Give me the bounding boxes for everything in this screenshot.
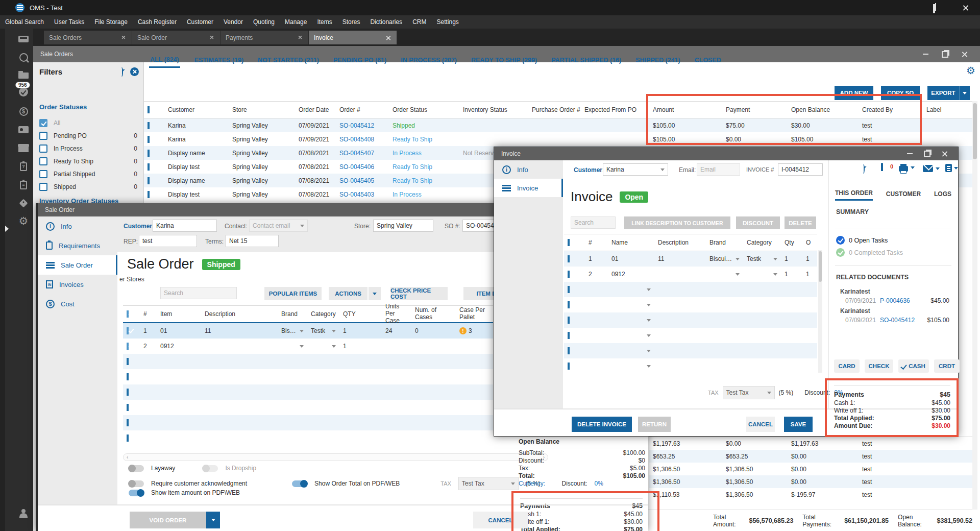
- print-button[interactable]: [899, 164, 915, 172]
- status-tab-pending-po[interactable]: PENDING PO (61): [333, 57, 386, 64]
- payments-icon[interactable]: [17, 105, 30, 117]
- row-checkbox[interactable]: [127, 435, 129, 442]
- invoice-customer-select[interactable]: Karina: [603, 163, 668, 176]
- tab-this-order[interactable]: THIS ORDER: [835, 187, 873, 201]
- filter-row-all[interactable]: All: [39, 116, 137, 129]
- tax-select[interactable]: Test Tax: [458, 477, 519, 490]
- tab-logs[interactable]: LOGS: [934, 190, 951, 198]
- row-checkbox[interactable]: [127, 404, 129, 411]
- checkbox[interactable]: [39, 170, 47, 178]
- item-row-empty[interactable]: [123, 400, 493, 415]
- nav-info[interactable]: Info: [38, 216, 117, 236]
- item-row-empty[interactable]: [564, 358, 817, 374]
- menu-vendor[interactable]: Vendor: [218, 18, 248, 26]
- order-link[interactable]: SO-0045407: [336, 150, 389, 157]
- select-all-checkbox[interactable]: [148, 106, 150, 113]
- status-tab-ready-to-ship[interactable]: READY TO SHIP (299): [471, 57, 537, 64]
- status-tab-estimates[interactable]: ESTIMATES (19): [194, 57, 243, 64]
- category-dropdown-icon[interactable]: [773, 258, 777, 260]
- settings-gear-icon[interactable]: ⚙: [17, 214, 30, 227]
- nav-invoice[interactable]: Invoice: [494, 179, 563, 197]
- void-order-button[interactable]: VOID ORDER: [130, 512, 206, 528]
- row-checkbox[interactable]: [127, 373, 129, 380]
- refresh-icon[interactable]: [863, 165, 865, 173]
- tab-sale-order[interactable]: Sale Order: [132, 31, 220, 44]
- tag-icon[interactable]: [17, 197, 30, 209]
- order-link[interactable]: SO-0045406: [336, 163, 389, 171]
- row-checkbox[interactable]: [148, 191, 150, 198]
- save-button[interactable]: SAVE: [784, 417, 813, 432]
- check-price-cost-button[interactable]: CHECK PRICE COST: [390, 287, 448, 300]
- tab-invoice[interactable]: Invoice: [309, 31, 397, 44]
- nav-sale-order[interactable]: Sale Order: [38, 255, 117, 275]
- tab-sale-orders[interactable]: Sale Orders: [44, 31, 132, 44]
- row-checkbox[interactable]: [148, 150, 150, 157]
- link-description-button[interactable]: LINK DESCRIPTION TO CUSTOMER: [624, 216, 730, 229]
- item-row-empty[interactable]: [564, 328, 817, 343]
- actions-button[interactable]: ACTIONS: [329, 287, 368, 300]
- order-link[interactable]: SO-0045405: [336, 177, 389, 184]
- order-link[interactable]: SO-0045408: [336, 136, 389, 143]
- contact-select[interactable]: Contact email: [249, 220, 308, 232]
- invoice-email-input[interactable]: [697, 163, 740, 176]
- window-close-icon[interactable]: [962, 51, 968, 57]
- filter-row-ready-to-ship[interactable]: Ready To Ship 0: [39, 155, 137, 167]
- filters-refresh-icon[interactable]: [121, 68, 123, 76]
- export-doc-button[interactable]: [945, 164, 958, 172]
- row-checkbox[interactable]: [568, 332, 570, 339]
- is-dropship-toggle[interactable]: [203, 465, 218, 472]
- row-checkbox[interactable]: [148, 163, 150, 171]
- tab-close-icon[interactable]: [209, 35, 214, 40]
- export-dropdown-icon[interactable]: [959, 86, 970, 100]
- row-checkbox[interactable]: [127, 327, 129, 334]
- orders-clipboard-icon[interactable]: ≡: [17, 179, 30, 191]
- nav-requirements[interactable]: Requirements: [38, 236, 117, 255]
- menu-settings[interactable]: Settings: [431, 18, 463, 26]
- add-new-button[interactable]: ADD NEW: [835, 86, 873, 100]
- vertical-scrollbar[interactable]: [972, 101, 977, 510]
- nav-cost[interactable]: Cost: [38, 294, 117, 313]
- tab-close-icon[interactable]: [386, 35, 391, 40]
- grid-settings-gear-icon[interactable]: ⚙: [966, 65, 975, 76]
- dialog-close-icon[interactable]: [942, 151, 948, 157]
- filters-close-icon[interactable]: [130, 67, 139, 76]
- menu-cash-register[interactable]: Cash Register: [133, 18, 182, 26]
- popular-items-button[interactable]: POPULAR ITEMS: [264, 287, 322, 300]
- item-row[interactable]: 2 0912 1: [123, 339, 493, 354]
- crdt-button[interactable]: CRDT: [934, 359, 960, 373]
- brand-dropdown-icon[interactable]: [736, 273, 740, 276]
- cash-register-icon[interactable]: [17, 33, 30, 45]
- item-row-empty[interactable]: [123, 415, 493, 430]
- row-checkbox[interactable]: [568, 317, 570, 324]
- store-input[interactable]: [373, 220, 433, 232]
- require-ack-toggle[interactable]: [129, 480, 144, 487]
- order-link[interactable]: SO-0045412: [336, 122, 389, 129]
- menu-user-tasks[interactable]: User Tasks: [49, 18, 89, 26]
- item-row-empty[interactable]: [123, 384, 493, 400]
- menu-quoting[interactable]: Quoting: [248, 18, 280, 26]
- item-row-empty[interactable]: [564, 282, 817, 297]
- item-row[interactable]: 2 0912 1 1: [564, 267, 817, 282]
- customer-input[interactable]: [153, 220, 217, 232]
- dialog-minimize-icon[interactable]: [907, 153, 913, 154]
- delete-invoice-button[interactable]: DELETE INVOICE: [572, 417, 632, 432]
- item-row[interactable]: 1 01 11 Biscui… Testk 1 1: [564, 251, 817, 267]
- brand-dropdown-icon[interactable]: [300, 345, 304, 348]
- return-button[interactable]: RETURN: [638, 417, 671, 432]
- menu-crm[interactable]: CRM: [407, 18, 431, 26]
- filter-row-pending-po[interactable]: Pending PO 0: [39, 129, 137, 142]
- menu-stores[interactable]: Stores: [337, 18, 365, 26]
- category-dropdown-icon[interactable]: [332, 330, 336, 332]
- row-checkbox[interactable]: [148, 177, 150, 184]
- checkbox[interactable]: [39, 144, 47, 153]
- discount-button[interactable]: DISCOUNT: [736, 216, 780, 229]
- void-order-dropdown-icon[interactable]: [206, 512, 220, 528]
- checkbox-checked[interactable]: [39, 119, 47, 127]
- currency-link[interactable]: Currency:: [519, 480, 545, 487]
- table-row[interactable]: $1,197.63$0.00 $1,197.63test: [649, 437, 972, 450]
- item-row-empty[interactable]: [123, 354, 493, 369]
- search-icon[interactable]: [17, 51, 30, 63]
- brand-dropdown-icon[interactable]: [736, 258, 740, 260]
- user-profile-icon[interactable]: [17, 508, 30, 520]
- item-row[interactable]: 1 01 11 Bis… Testk 1 24 0 3: [123, 323, 493, 339]
